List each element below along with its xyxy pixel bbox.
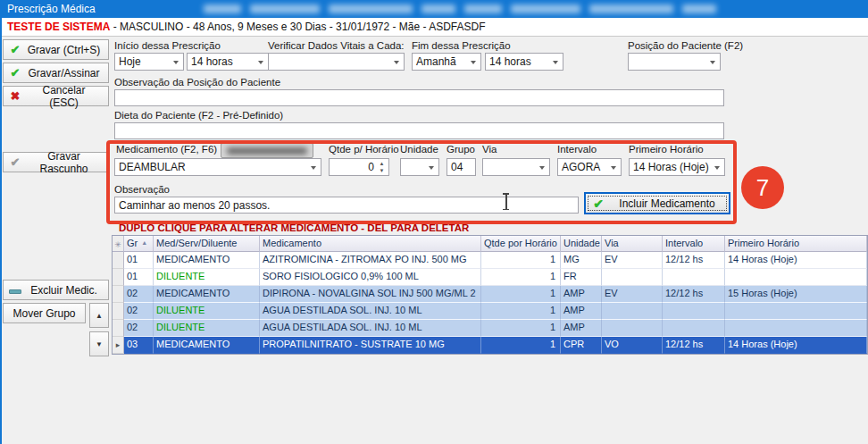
via-combobox[interactable] <box>482 158 550 176</box>
cell-medicamento: SORO FISIOLOGICO 0,9% 100 ML <box>260 269 481 286</box>
column-header-label: Primeiro Horário <box>728 238 799 248</box>
column-header-medicamento[interactable]: Medicamento <box>260 236 481 252</box>
cell-qtde: 1 <box>481 252 561 269</box>
column-header-label: Qtde por Horário <box>484 238 557 248</box>
dados-vitais-label: Verificar Dados Vitais a Cada: <box>268 40 405 51</box>
sort-asc-icon: ▲ <box>141 239 147 246</box>
redacted-title-text <box>329 4 413 13</box>
redacted-button[interactable] <box>221 143 313 158</box>
inicio-prescricao-label: Início dessa Prescrição <box>114 40 221 51</box>
fim-hora-combobox[interactable]: 14 horas <box>485 53 563 71</box>
cell-tipo: DILUENTE <box>154 269 260 286</box>
observacao-label: Observação <box>114 184 170 195</box>
obs-posicao-input[interactable] <box>114 89 724 106</box>
fim-prescricao-label: Fim dessa Prescrição <box>412 40 511 51</box>
check-icon: ✔ <box>4 155 27 169</box>
incluir-medicamento-button[interactable]: ✔ Incluir Medicamento <box>584 192 730 214</box>
save-draft-button[interactable]: ✔ Gravar Rascunho <box>3 152 109 172</box>
cell-qtde: 1 <box>481 320 561 337</box>
column-header-primeiro[interactable]: Primeiro Horário <box>725 236 867 252</box>
column-header-label: Via <box>605 238 619 248</box>
primeiro-horario-value: 14 Horas (Hoje) <box>633 161 709 173</box>
table-row[interactable]: 01 MEDICAMENTO AZITROMICINA - ZITROMAX P… <box>113 252 867 269</box>
inicio-hora-value: 14 horas <box>191 55 233 68</box>
table-row[interactable]: 02 DILUENTE AGUA DESTILADA SOL. INJ. 10 … <box>113 303 867 320</box>
medicamento-combobox[interactable]: DEAMBULAR <box>114 158 321 176</box>
dados-vitais-combobox[interactable] <box>268 53 405 71</box>
cell-tipo: MEDICAMENTO <box>154 252 260 269</box>
column-header-unidade[interactable]: Unidade <box>561 236 602 252</box>
grupo-input[interactable]: 04 <box>447 158 476 176</box>
redacted-title-text <box>204 4 241 13</box>
cell-medicamento: AGUA DESTILADA SOL. INJ. 10 ML <box>260 303 481 320</box>
fim-dia-combobox[interactable]: Amanhã <box>412 53 481 71</box>
cell-via <box>602 320 663 337</box>
cell-medicamento: AGUA DESTILADA SOL. INJ. 10 ML <box>260 320 481 337</box>
move-group-button[interactable]: Mover Grupo <box>3 303 86 323</box>
delete-medication-button[interactable]: Excluir Medic. <box>3 280 109 300</box>
table-row[interactable]: 02 DILUENTE AGUA DESTILADA SOL. INJ. 10 … <box>113 320 867 337</box>
inicio-dia-combobox[interactable]: Hoje <box>114 53 184 71</box>
cell-primeiro <box>725 269 867 286</box>
cell-qtde: 1 <box>481 337 561 354</box>
cell-gr: 02 <box>124 286 154 303</box>
cell-intervalo: 12/12 hs <box>663 252 725 269</box>
via-label: Via <box>482 144 497 155</box>
grupo-value: 04 <box>451 161 463 173</box>
column-header-label: Med/Serv/Diluente <box>156 238 238 248</box>
cell-via: EV <box>602 252 663 269</box>
cell-gr: 03 <box>124 337 154 354</box>
cell-primeiro: 14 Horas (Hoje) <box>725 252 867 269</box>
cell-intervalo <box>663 269 725 286</box>
cancel-button[interactable]: ✖ Cancelar (ESC) <box>3 86 109 106</box>
table-row-selected[interactable]: ▸ 03 MEDICAMENTO PROPATILNITRATO - SUSTR… <box>113 337 867 354</box>
cell-tipo: DILUENTE <box>154 320 260 337</box>
check-icon: ✔ <box>586 197 611 211</box>
medicamento-value: DEAMBULAR <box>119 161 186 173</box>
cell-via: EV <box>602 286 663 303</box>
move-up-button[interactable]: ▲ <box>89 303 109 328</box>
table-row[interactable]: 01 DILUENTE SORO FISIOLOGICO 0,9% 100 ML… <box>113 269 867 286</box>
title-bar: Prescrição Médica <box>0 0 868 18</box>
fim-dia-value: Amanhã <box>416 55 456 68</box>
unidade-combobox[interactable] <box>400 158 439 176</box>
column-header-via[interactable]: Via <box>602 236 663 252</box>
posicao-paciente-combobox[interactable] <box>628 53 721 71</box>
medicamento-label: Medicamento (F2, F6) <box>116 144 217 155</box>
cell-qtde: 1 <box>481 269 561 286</box>
cell-intervalo: 12/12 hs <box>663 337 725 354</box>
column-header-tipo[interactable]: Med/Serv/Diluente <box>154 236 260 252</box>
cell-intervalo <box>663 320 725 337</box>
spinner-arrows-icon[interactable]: ▲▼ <box>377 160 387 174</box>
asterisk-icon[interactable]: ✳ <box>113 236 124 252</box>
redacted-title-text <box>589 4 673 13</box>
save-sign-button[interactable]: ✔ Gravar/Assinar <box>3 63 109 83</box>
cell-intervalo: 12/12 hs <box>663 286 725 303</box>
primeiro-horario-label: Primeiro Horário <box>629 144 704 155</box>
dieta-input[interactable] <box>114 122 724 139</box>
chevron-down-icon <box>714 166 720 170</box>
arrow-down-icon: ▼ <box>96 340 103 348</box>
save-button[interactable]: ✔ Gravar (Ctrl+S) <box>3 39 109 60</box>
row-indicator <box>113 252 124 269</box>
column-header-gr[interactable]: Gr▲ <box>124 236 154 252</box>
inicio-hora-combobox[interactable]: 14 horas <box>187 53 269 71</box>
move-down-button[interactable]: ▼ <box>89 331 109 356</box>
redacted-title-text <box>464 4 502 13</box>
primeiro-horario-combobox[interactable]: 14 Horas (Hoje) <box>629 158 725 176</box>
qtde-value: 0 <box>368 161 374 173</box>
window-left-border <box>0 18 2 444</box>
unidade-label: Unidade <box>400 144 438 155</box>
chevron-down-icon <box>539 166 545 170</box>
column-header-qtde[interactable]: Qtde por Horário <box>481 236 561 252</box>
qtde-stepper[interactable]: 0 ▲▼ <box>329 158 389 176</box>
redacted-title-text <box>682 4 716 13</box>
cell-intervalo <box>663 303 725 320</box>
grupo-label: Grupo <box>447 144 475 155</box>
qtde-label: Qtde p/ Horário <box>329 144 399 155</box>
column-header-intervalo[interactable]: Intervalo <box>663 236 725 252</box>
table-row[interactable]: 02 MEDICAMENTO DIPIRONA - NOVALGINA SOL … <box>113 286 867 303</box>
redacted-title-text <box>511 4 580 13</box>
intervalo-combobox[interactable]: AGORA <box>557 158 622 176</box>
save-sign-button-label: Gravar/Assinar <box>27 67 108 80</box>
